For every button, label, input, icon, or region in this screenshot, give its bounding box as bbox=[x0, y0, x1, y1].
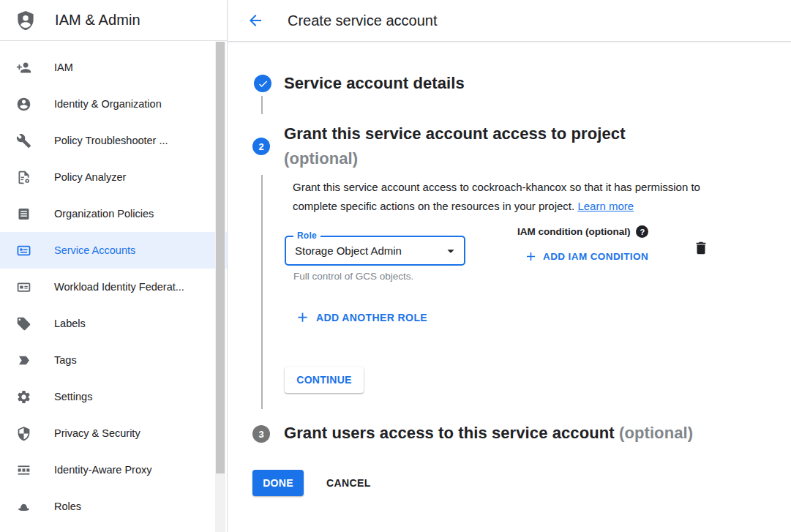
step3-optional-text: (optional) bbox=[619, 424, 693, 442]
plus-icon bbox=[524, 250, 538, 263]
sidebar-item-label: Service Accounts bbox=[54, 244, 135, 256]
sidebar-scrollbar-thumb[interactable] bbox=[216, 42, 225, 473]
sidebar-item-label: Labels bbox=[54, 318, 86, 329]
role-selected-value: Storage Object Admin bbox=[286, 237, 464, 264]
step-connector bbox=[261, 175, 263, 409]
iam-condition-label: IAM condition (optional) bbox=[517, 226, 630, 237]
create-service-account-form: Service account details 2 Grant this ser… bbox=[228, 42, 791, 532]
step2-description-text: Grant this service account access to coc… bbox=[293, 181, 700, 212]
label-tag-icon bbox=[16, 316, 31, 331]
add-iam-condition-button[interactable]: ADD IAM CONDITION bbox=[524, 250, 648, 263]
proxy-grid-icon bbox=[16, 462, 31, 478]
step2-description: Grant this service account access to coc… bbox=[293, 178, 723, 215]
sidebar-item-policy-analyzer[interactable]: Policy Analyzer bbox=[0, 159, 227, 195]
step3-title-text: Grant users access to this service accou… bbox=[284, 424, 615, 442]
sidebar-item-workload-identity-federation[interactable]: Workload Identity Federat... bbox=[0, 269, 227, 305]
iam-admin-console: IAM & Admin IAM Identity & Organization … bbox=[0, 0, 791, 532]
sidebar-item-label: Privacy & Security bbox=[54, 427, 140, 439]
step1-title: Service account details bbox=[284, 74, 465, 93]
sidebar-item-tags[interactable]: Tags bbox=[0, 342, 227, 378]
page-title: Create service account bbox=[288, 12, 438, 29]
sidebar-item-labels[interactable]: Labels bbox=[0, 305, 227, 342]
page-header: Create service account bbox=[228, 0, 791, 42]
role-helper-text: Full control of GCS objects. bbox=[293, 271, 413, 282]
done-button[interactable]: DONE bbox=[252, 470, 304, 496]
shield-half-icon bbox=[16, 426, 31, 441]
back-arrow-icon[interactable] bbox=[247, 12, 264, 29]
sidebar-item-label: Identity & Organization bbox=[54, 98, 162, 110]
sidebar-item-label: Organization Policies bbox=[54, 208, 154, 220]
step2-title: Grant this service account access to pro… bbox=[284, 124, 626, 168]
sidebar-item-roles[interactable]: Roles bbox=[0, 488, 227, 525]
document-lines-icon bbox=[16, 206, 31, 222]
step3-number-badge: 3 bbox=[252, 425, 270, 443]
sidebar-scrollbar bbox=[215, 42, 225, 532]
step3-title: Grant users access to this service accou… bbox=[284, 424, 693, 443]
iam-shield-logo-icon bbox=[15, 10, 37, 31]
sidebar-item-identity-aware-proxy[interactable]: Identity-Aware Proxy bbox=[0, 452, 227, 488]
sidebar-item-service-accounts[interactable]: Service Accounts bbox=[0, 232, 227, 269]
sidebar-item-label: Policy Troubleshooter ... bbox=[54, 135, 168, 146]
step1-completed-check-icon bbox=[254, 75, 271, 92]
step2-number: 2 bbox=[258, 141, 263, 152]
sidebar-item-organization-policies[interactable]: Organization Policies bbox=[0, 195, 227, 232]
card-icon bbox=[16, 280, 31, 295]
learn-more-link[interactable]: Learn more bbox=[577, 200, 634, 212]
sidebar-item-label: Tags bbox=[54, 354, 77, 366]
sidebar-item-label: Workload Identity Federat... bbox=[54, 281, 184, 293]
arrow-tag-icon bbox=[16, 353, 31, 368]
sidebar-item-policy-troubleshooter[interactable]: Policy Troubleshooter ... bbox=[0, 122, 227, 159]
gear-icon bbox=[16, 389, 31, 405]
step-connector bbox=[261, 96, 263, 114]
iam-condition-header: IAM condition (optional) ? bbox=[517, 225, 648, 238]
sidebar-item-label: Identity-Aware Proxy bbox=[54, 464, 152, 476]
sidebar-item-identity-organization[interactable]: Identity & Organization bbox=[0, 86, 227, 122]
sidebar-item-label: Roles bbox=[54, 501, 81, 512]
sidebar-item-privacy-security[interactable]: Privacy & Security bbox=[0, 415, 227, 452]
product-title: IAM & Admin bbox=[55, 12, 140, 29]
form-actions: DONE CANCEL bbox=[252, 470, 371, 496]
plus-icon bbox=[295, 310, 310, 325]
step2-optional-text: (optional) bbox=[284, 149, 626, 168]
sidebar-item-label: Policy Analyzer bbox=[54, 171, 126, 183]
chevron-down-icon bbox=[443, 243, 459, 259]
step3-number: 3 bbox=[258, 429, 263, 440]
sidebar-nav: IAM Identity & Organization Policy Troub… bbox=[0, 41, 227, 525]
sidebar-header: IAM & Admin bbox=[0, 0, 227, 41]
wrench-icon bbox=[16, 133, 31, 149]
hat-icon bbox=[16, 499, 31, 514]
account-circle-icon bbox=[16, 97, 31, 112]
sidebar-item-iam[interactable]: IAM bbox=[0, 49, 227, 86]
step2-number-badge: 2 bbox=[252, 138, 270, 155]
sidebar-item-label: IAM bbox=[54, 61, 73, 73]
delete-role-trash-icon[interactable] bbox=[693, 240, 709, 256]
add-iam-condition-label: ADD IAM CONDITION bbox=[543, 251, 648, 262]
add-another-role-button[interactable]: ADD ANOTHER ROLE bbox=[295, 310, 427, 325]
main-panel: Create service account Service account d… bbox=[228, 0, 791, 532]
step2-title-text: Grant this service account access to pro… bbox=[284, 124, 626, 143]
service-account-badge-icon bbox=[16, 243, 31, 258]
cancel-button[interactable]: CANCEL bbox=[326, 477, 371, 489]
person-add-icon bbox=[16, 60, 31, 75]
help-icon[interactable]: ? bbox=[636, 225, 648, 238]
document-gear-icon bbox=[16, 170, 31, 185]
role-field-label: Role bbox=[293, 231, 320, 241]
continue-button[interactable]: CONTINUE bbox=[285, 367, 364, 393]
sidebar: IAM & Admin IAM Identity & Organization … bbox=[0, 0, 228, 532]
role-select[interactable]: Role Storage Object Admin bbox=[285, 236, 465, 266]
add-another-role-label: ADD ANOTHER ROLE bbox=[316, 312, 427, 323]
sidebar-item-label: Settings bbox=[54, 391, 92, 402]
sidebar-item-settings[interactable]: Settings bbox=[0, 378, 227, 415]
